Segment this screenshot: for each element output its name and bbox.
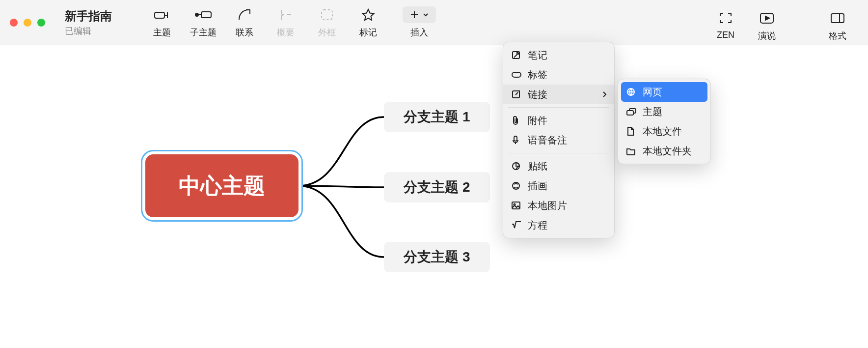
menu-item-link[interactable]: 链接 [503, 85, 614, 104]
menu-item-illustration[interactable]: 插画 [503, 176, 614, 196]
menu-item-local-image[interactable]: 本地图片 [503, 196, 614, 215]
document-subtitle: 已编辑 [65, 25, 112, 37]
boundary-label: 外框 [318, 27, 336, 38]
branch-2-text: 分支主题 2 [404, 178, 470, 197]
zen-button[interactable]: ZEN [705, 10, 746, 40]
menu-separator [508, 153, 609, 153]
menu-item-label[interactable]: 标签 [503, 65, 614, 85]
minimize-window-button[interactable] [24, 19, 31, 27]
svg-rect-5 [831, 14, 844, 23]
menu-item-equation[interactable]: 方程 [503, 215, 614, 235]
branch-3-text: 分支主题 3 [404, 248, 470, 266]
submenu-label-topic: 主题 [643, 105, 662, 118]
submenu-item-local-file[interactable]: 本地文件 [618, 121, 710, 141]
relation-label: 联系 [236, 27, 253, 38]
topic-label: 主题 [153, 27, 171, 38]
fullscreen-icon [718, 10, 733, 26]
label-icon [511, 71, 525, 78]
document-title-wrap: 新手指南 已编辑 [65, 8, 112, 37]
menu-item-sticker[interactable]: 贴纸 [503, 156, 614, 176]
submenu-label-local-folder: 本地文件夹 [643, 145, 692, 158]
subtopic-button[interactable]: 子主题 [183, 7, 224, 38]
mindmap-canvas[interactable]: 中心主题 分支主题 1 分支主题 2 分支主题 3 [0, 45, 868, 348]
topic-icon [154, 7, 170, 23]
menu-label-equation: 方程 [528, 219, 547, 232]
panel-icon [830, 10, 845, 26]
right-toolbar: ZEN 演说 格式 [705, 3, 858, 42]
file-icon [626, 126, 640, 136]
attachment-icon [511, 116, 525, 125]
svg-rect-0 [155, 12, 164, 18]
menu-label-link: 链接 [528, 88, 547, 101]
branch-1-text: 分支主题 1 [404, 108, 470, 126]
boundary-button: 外框 [306, 7, 348, 38]
marker-button[interactable]: 标记 [348, 7, 389, 38]
window-controls [10, 19, 45, 27]
menu-separator [508, 107, 609, 108]
summary-label: 概要 [277, 27, 295, 38]
menu-label-label: 标签 [528, 68, 547, 82]
svg-rect-3 [322, 10, 332, 20]
fullscreen-window-button[interactable] [37, 19, 45, 27]
document-title: 新手指南 [65, 8, 112, 24]
svg-rect-9 [514, 136, 517, 141]
branch-topic-2[interactable]: 分支主题 2 [384, 172, 490, 203]
menu-item-voice[interactable]: 语音备注 [503, 130, 614, 150]
format-button[interactable]: 格式 [817, 10, 858, 42]
insert-button[interactable]: 插入 [399, 7, 440, 38]
summary-icon [278, 7, 293, 23]
topic-link-icon [626, 108, 640, 116]
submenu-label-local-file: 本地文件 [643, 125, 682, 138]
relation-button[interactable]: 联系 [224, 7, 265, 38]
menu-label-note: 笔记 [528, 49, 547, 62]
link-icon [511, 89, 525, 99]
play-icon [759, 10, 775, 26]
branch-topic-3[interactable]: 分支主题 3 [384, 242, 490, 272]
menu-item-note[interactable]: 笔记 [503, 45, 614, 65]
svg-point-1 [195, 13, 198, 16]
subtopic-label: 子主题 [190, 27, 217, 38]
branch-topic-1[interactable]: 分支主题 1 [384, 102, 490, 132]
chevron-right-icon [601, 89, 607, 100]
menu-label-local-image: 本地图片 [528, 199, 567, 212]
svg-rect-2 [201, 12, 211, 18]
format-label: 格式 [829, 30, 846, 42]
submenu-item-web[interactable]: 网页 [621, 82, 707, 102]
toolbar: 主题 子主题 联系 概要 外框 [141, 0, 705, 45]
present-button[interactable]: 演说 [746, 10, 787, 42]
globe-icon [626, 87, 640, 97]
menu-label-sticker: 贴纸 [528, 160, 547, 173]
menu-label-voice: 语音备注 [528, 134, 567, 147]
illustration-icon [511, 181, 525, 191]
marker-label: 标记 [359, 27, 377, 38]
star-icon [361, 7, 376, 23]
central-topic[interactable]: 中心主题 [145, 154, 298, 217]
close-window-button[interactable] [10, 19, 18, 27]
insert-label: 插入 [410, 27, 428, 38]
submenu-label-web: 网页 [643, 86, 662, 99]
boundary-icon [320, 7, 334, 23]
folder-icon [626, 146, 640, 155]
menu-item-attachment[interactable]: 附件 [503, 111, 614, 130]
image-icon [511, 201, 525, 210]
plus-icon [403, 7, 436, 23]
subtopic-icon [194, 7, 213, 23]
note-icon [511, 50, 525, 60]
sticker-icon [511, 161, 525, 171]
present-label: 演说 [758, 30, 776, 42]
svg-rect-7 [512, 72, 521, 77]
titlebar: 新手指南 已编辑 主题 子主题 联系 概要 [0, 0, 868, 45]
svg-rect-12 [512, 202, 520, 209]
summary-button: 概要 [265, 7, 306, 38]
submenu-item-local-folder[interactable]: 本地文件夹 [618, 141, 710, 161]
relation-icon [237, 7, 252, 23]
link-submenu: 网页 主题 本地文件 本地文件夹 [618, 79, 711, 164]
submenu-item-topic[interactable]: 主题 [618, 102, 710, 121]
topic-button[interactable]: 主题 [141, 7, 183, 38]
menu-label-attachment: 附件 [528, 114, 547, 127]
insert-dropdown: 笔记 标签 链接 附件 语音备注 贴纸 插画 本地图片 方程 [503, 42, 615, 238]
zen-label: ZEN [717, 30, 734, 40]
menu-label-illustration: 插画 [528, 179, 547, 193]
svg-rect-16 [627, 111, 633, 115]
equation-icon [511, 221, 525, 229]
